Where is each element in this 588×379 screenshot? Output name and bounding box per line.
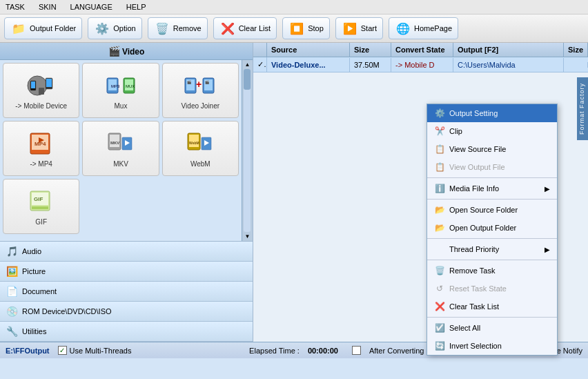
svg-text:MKV: MKV: [110, 141, 119, 145]
preset-webm[interactable]: WebM WebM: [162, 121, 239, 176]
main-content: 🎬 Video: [0, 43, 588, 342]
clear-list-icon: ❌: [219, 20, 236, 37]
ctx-sep3: [427, 238, 557, 239]
preset-mkv[interactable]: MKV MKV: [82, 121, 159, 176]
multi-threads-checkbox[interactable]: ✓: [58, 346, 67, 355]
left-panel: 🎬 Video: [0, 43, 253, 342]
context-menu: ⚙️ Output Setting ✂️ Clip 📋 View Source …: [427, 104, 558, 356]
ctx-invert-selection[interactable]: 🔄 Invert Selection: [427, 337, 557, 355]
ctx-reset-task-state-label: Reset Task State: [449, 284, 507, 293]
presets-wrapper: -> Mobile Device MP3 MUX: [0, 60, 242, 241]
scroll-down-icon[interactable]: ▼: [245, 233, 251, 240]
ctx-thread-priority-label: Thread Priority: [449, 245, 499, 253]
presets-grid: -> Mobile Device MP3 MUX: [0, 60, 242, 237]
open-source-folder-icon: 📂: [434, 204, 445, 215]
after-converting-checkbox[interactable]: [352, 346, 361, 355]
stop-button[interactable]: ⏹️ Stop: [282, 17, 330, 39]
th-state: Convert State: [391, 43, 453, 57]
ctx-view-source[interactable]: 📋 View Source File: [427, 140, 557, 158]
audio-label: Audio: [22, 247, 41, 255]
mp4-icon: MP4: [25, 130, 58, 157]
utilities-label: Utilities: [22, 327, 46, 336]
open-output-folder-icon: 📂: [434, 222, 445, 233]
start-label: Start: [361, 24, 377, 32]
video-icon: 🎬: [108, 46, 120, 57]
ctx-select-all[interactable]: ☑️ Select All: [427, 319, 557, 337]
ctx-clear-task-list-label: Clear Task List: [449, 302, 499, 311]
menu-skin[interactable]: SKIN: [36, 1, 59, 12]
folder-icon: 📁: [10, 20, 27, 37]
menu-help[interactable]: HELP: [124, 1, 149, 12]
start-button[interactable]: ▶️ Start: [335, 17, 383, 39]
ctx-open-source-folder-label: Open Source Folder: [449, 206, 518, 214]
svg-text:+: +: [196, 79, 202, 90]
ctx-clip[interactable]: ✂️ Clip: [427, 122, 557, 140]
presets-scrollbar[interactable]: ▲ ▼: [242, 60, 253, 241]
svg-rect-2: [31, 81, 35, 88]
th-check: [253, 43, 267, 57]
svg-rect-4: [46, 79, 52, 87]
mobile-device-label: -> Mobile Device: [15, 102, 67, 110]
ctx-remove-task-label: Remove Task: [449, 266, 495, 275]
svg-rect-5: [39, 88, 44, 95]
row-source: Video-Deluxe...: [267, 58, 350, 72]
ctx-thread-priority[interactable]: Thread Priority ▶: [427, 240, 557, 258]
scroll-track[interactable]: [244, 69, 251, 232]
preset-mux[interactable]: MP3 MUX Mux: [82, 63, 159, 118]
preset-video-joiner[interactable]: 🎬 + 🎬 Video Joiner: [162, 63, 239, 118]
menu-task[interactable]: TASK: [3, 1, 28, 12]
ctx-open-source-folder[interactable]: 📂 Open Source Folder: [427, 201, 557, 219]
scroll-knob[interactable]: [244, 69, 251, 90]
preset-gif[interactable]: GIF GIF: [3, 179, 79, 234]
presets-content: -> Mobile Device MP3 MUX: [0, 60, 253, 241]
preset-mobile-device[interactable]: -> Mobile Device: [3, 63, 79, 118]
video-joiner-label: Video Joiner: [182, 102, 219, 110]
scroll-up-icon[interactable]: ▲: [245, 61, 251, 68]
ctx-sep4: [427, 260, 557, 260]
select-all-icon: ☑️: [434, 322, 445, 333]
category-document[interactable]: 📄 Document: [0, 282, 253, 302]
clip-icon: ✂️: [434, 126, 445, 137]
ctx-media-info[interactable]: ℹ️ Media File Info ▶: [427, 179, 557, 197]
remove-button[interactable]: 🗑️ Remove: [148, 17, 208, 39]
homepage-label: HomePage: [414, 24, 452, 32]
ctx-open-output-folder[interactable]: 📂 Open Output Folder: [427, 219, 557, 237]
document-icon: 📄: [6, 285, 18, 298]
remove-icon: 🗑️: [154, 20, 170, 37]
preset-mp4[interactable]: MP4 -> MP4: [3, 121, 79, 176]
table-row[interactable]: ✓ Video-Deluxe... 37.50M -> Mobile D C:\…: [253, 57, 588, 72]
ctx-reset-task-state: ↺ Reset Task State: [427, 280, 557, 298]
ctx-output-setting[interactable]: ⚙️ Output Setting: [427, 104, 557, 122]
remove-task-icon: 🗑️: [434, 265, 445, 276]
rom-label: ROM Device\DVD\CD\ISO: [22, 307, 112, 315]
video-label: Video: [122, 47, 144, 57]
webm-label: WebM: [190, 160, 210, 168]
category-utilities[interactable]: 🔧 Utilities: [0, 322, 253, 342]
mkv-icon: MKV: [104, 130, 137, 157]
output-folder-button[interactable]: 📁 Output Folder: [4, 17, 82, 39]
gif-icon: GIF: [25, 188, 58, 215]
thread-priority-arrow: ▶: [545, 246, 550, 253]
toolbar: 📁 Output Folder ⚙️ Option 🗑️ Remove ❌ Cl…: [0, 14, 588, 43]
ctx-media-info-label: Media File Info: [449, 184, 499, 193]
stop-label: Stop: [308, 24, 324, 32]
output-setting-icon: ⚙️: [434, 108, 445, 119]
svg-rect-36: [32, 206, 48, 209]
homepage-button[interactable]: 🌐 HomePage: [389, 17, 458, 39]
category-picture[interactable]: 🖼️ Picture: [0, 262, 253, 282]
clear-list-button[interactable]: ❌ Clear List: [213, 17, 277, 39]
menu-language[interactable]: LANGUAGE: [68, 1, 115, 12]
category-audio[interactable]: 🎵 Audio: [0, 242, 253, 262]
row-output-size: [564, 62, 588, 68]
ctx-remove-task[interactable]: 🗑️ Remove Task: [427, 262, 557, 280]
option-button[interactable]: ⚙️ Option: [88, 17, 141, 39]
invert-selection-icon: 🔄: [434, 340, 445, 351]
svg-text:GIF: GIF: [34, 196, 43, 202]
video-joiner-icon: 🎬 + 🎬: [184, 72, 217, 99]
ctx-clear-task-list[interactable]: ❌ Clear Task List: [427, 298, 557, 315]
table-header: Source Size Convert State Output [F2] Si…: [253, 43, 588, 57]
category-rom[interactable]: 💿 ROM Device\DVD\CD\ISO: [0, 302, 253, 322]
rom-icon: 💿: [6, 305, 18, 318]
row-checkbox[interactable]: ✓: [253, 57, 267, 72]
ctx-invert-selection-label: Invert Selection: [449, 342, 502, 350]
